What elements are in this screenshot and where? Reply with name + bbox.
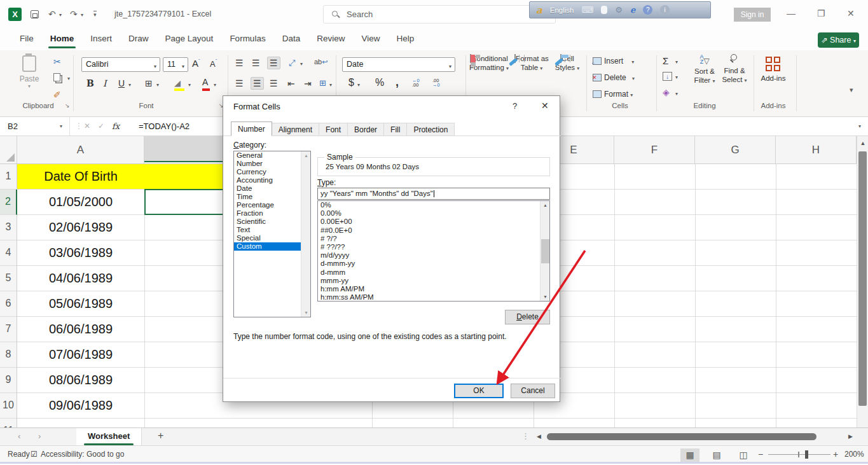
- row-header-9[interactable]: 9: [0, 368, 17, 393]
- dialog-help-icon[interactable]: ?: [513, 101, 517, 111]
- splitter-grip-icon[interactable]: ⋮: [521, 431, 530, 441]
- scroll-up-icon[interactable]: ▲: [857, 140, 868, 146]
- tab-formulas[interactable]: Formulas: [221, 29, 273, 50]
- underline-icon[interactable]: U: [118, 78, 125, 88]
- sort-filter-button[interactable]: AZ▽ Sort & Filter ▾: [691, 54, 719, 86]
- decrease-decimal-icon[interactable]: .00→0: [432, 78, 440, 87]
- gear-icon[interactable]: ⚙: [615, 5, 623, 15]
- format-code[interactable]: # ??/??: [318, 243, 549, 251]
- formula-input[interactable]: =TODAY()-A2: [139, 117, 189, 135]
- accessibility-status[interactable]: Accessibility: Good to go: [41, 450, 124, 459]
- row-header-4[interactable]: 4: [0, 240, 17, 266]
- comma-icon[interactable]: ,: [396, 76, 399, 89]
- currency-icon[interactable]: $: [348, 77, 354, 88]
- fill-color-icon[interactable]: ◢: [174, 78, 181, 88]
- borders-dropdown-icon[interactable]: ▾: [156, 82, 159, 88]
- ok-button[interactable]: OK: [454, 384, 504, 398]
- orientation-icon[interactable]: ⤢: [289, 58, 295, 68]
- font-family-combo[interactable]: Calibri▾: [81, 57, 160, 72]
- copy-dropdown-icon[interactable]: ▾: [67, 76, 70, 81]
- autosum-icon[interactable]: Σ: [663, 55, 668, 66]
- new-sheet-icon[interactable]: +: [158, 430, 163, 441]
- dialog-tab-number[interactable]: Number: [231, 121, 272, 136]
- format-as-table-button[interactable]: Format as Table ▾: [513, 54, 551, 73]
- dialog-close-icon[interactable]: ✕: [541, 101, 549, 111]
- tab-view[interactable]: View: [353, 29, 388, 50]
- format-painter-icon[interactable]: ✐: [53, 90, 61, 100]
- zoom-out-icon[interactable]: −: [758, 449, 763, 459]
- category-scrollbar[interactable]: ▴ ▾: [301, 151, 310, 317]
- dialog-tab-font[interactable]: Font: [319, 123, 348, 136]
- expand-formula-bar-icon[interactable]: ▾: [858, 117, 861, 135]
- copy-icon[interactable]: [53, 73, 60, 81]
- tab-insert[interactable]: Insert: [82, 29, 120, 50]
- category-general[interactable]: General: [234, 151, 310, 160]
- align-center-icon[interactable]: ☰: [251, 77, 264, 90]
- zoom-slider[interactable]: [768, 454, 830, 455]
- qat-customize-icon[interactable]: ▾: [93, 11, 97, 18]
- language-script-icon[interactable]: a: [536, 4, 542, 16]
- insert-function-icon[interactable]: fx: [112, 117, 120, 135]
- name-box[interactable]: B2▾: [0, 117, 70, 135]
- undo-dropdown-icon[interactable]: ▾: [59, 12, 62, 18]
- autosum-dropdown-icon[interactable]: ▾: [675, 59, 678, 65]
- row-header-6[interactable]: 6: [0, 291, 17, 317]
- scroll-right-icon[interactable]: ▶: [848, 433, 853, 440]
- category-listbox[interactable]: General Number Currency Accounting Date …: [233, 151, 311, 317]
- dialog-tab-alignment[interactable]: Alignment: [272, 123, 319, 136]
- bottom-align-icon[interactable]: ☰: [267, 57, 280, 69]
- cancel-entry-icon[interactable]: ✕: [84, 117, 90, 135]
- percent-icon[interactable]: %: [375, 77, 384, 88]
- format-code-scrollbar[interactable]: ▴ ▾: [540, 201, 549, 301]
- increase-indent-icon[interactable]: ⇥: [304, 78, 312, 88]
- format-code[interactable]: ##0.0E+0: [318, 226, 549, 235]
- language-label[interactable]: English: [550, 6, 574, 14]
- clipboard-dialog-launcher[interactable]: ↘: [65, 102, 70, 109]
- shrink-font-icon[interactable]: Aˇ: [210, 58, 217, 69]
- category-special[interactable]: Special: [234, 234, 310, 242]
- find-select-button[interactable]: Find & Select ▾: [720, 54, 749, 85]
- tab-draw[interactable]: Draw: [120, 29, 157, 50]
- number-format-combo[interactable]: Date▾: [342, 57, 455, 72]
- tab-home[interactable]: Home: [42, 29, 83, 50]
- format-code[interactable]: 0%: [318, 201, 549, 209]
- col-header-h[interactable]: H: [776, 136, 857, 163]
- close-icon[interactable]: ✕: [847, 8, 855, 18]
- fill-icon[interactable]: ↓: [663, 72, 672, 81]
- format-code-listbox[interactable]: 0% 0.00% 0.00E+00 ##0.0E+0 # ?/? # ??/??…: [317, 200, 550, 302]
- category-date[interactable]: Date: [234, 184, 310, 193]
- enter-entry-icon[interactable]: ✓: [98, 117, 104, 135]
- type-input[interactable]: yy "Years" mm "Months" dd "Days": [317, 188, 550, 200]
- decrease-indent-icon[interactable]: ⇤: [287, 78, 295, 88]
- format-code[interactable]: mmm-yy: [318, 277, 549, 285]
- category-accounting[interactable]: Accounting: [234, 176, 310, 184]
- paste-dropdown-icon[interactable]: ▾: [14, 83, 45, 89]
- category-scientific[interactable]: Scientific: [234, 218, 310, 226]
- category-custom-selected[interactable]: Custom: [234, 242, 310, 251]
- row-header-10[interactable]: 10: [0, 393, 17, 419]
- info-icon[interactable]: i: [660, 5, 670, 15]
- excel-app-icon[interactable]: X: [8, 8, 22, 21]
- italic-icon[interactable]: I: [103, 78, 107, 88]
- format-code[interactable]: h:mm AM/PM: [318, 285, 549, 293]
- tab-review[interactable]: Review: [308, 29, 353, 50]
- clear-dropdown-icon[interactable]: ▾: [675, 91, 678, 97]
- col-header-f[interactable]: F: [614, 136, 695, 163]
- redo-dropdown-icon[interactable]: ▾: [81, 12, 83, 18]
- format-code[interactable]: # ?/?: [318, 235, 549, 243]
- code-scroll-thumb[interactable]: [541, 239, 549, 263]
- category-currency[interactable]: Currency: [234, 168, 310, 176]
- format-code[interactable]: 0.00%: [318, 209, 549, 218]
- category-fraction[interactable]: Fraction: [234, 209, 310, 218]
- increase-decimal-icon[interactable]: ←0.00: [412, 78, 420, 87]
- horizontal-scrollbar[interactable]: [546, 433, 843, 441]
- delete-button[interactable]: Delete: [505, 310, 550, 324]
- cell-a6[interactable]: 05/06/1989: [17, 291, 144, 316]
- next-sheet-icon[interactable]: ›: [38, 431, 41, 441]
- category-percentage[interactable]: Percentage: [234, 201, 310, 209]
- font-size-combo[interactable]: 11▾: [163, 57, 188, 72]
- underline-dropdown-icon[interactable]: ▾: [128, 82, 131, 88]
- cell-a10[interactable]: 09/06/1989: [17, 393, 144, 418]
- normal-view-icon[interactable]: ▦: [680, 448, 699, 462]
- wrap-text-icon[interactable]: ab↩: [314, 58, 327, 66]
